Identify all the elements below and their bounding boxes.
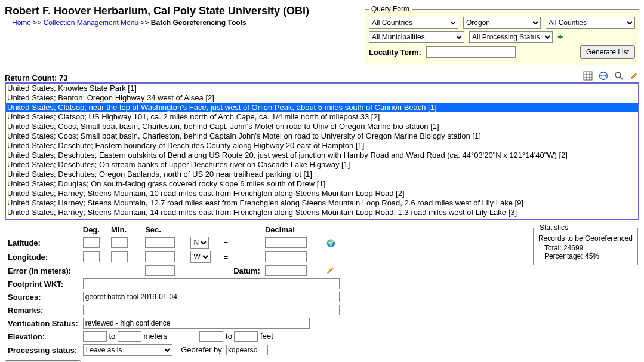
equals-sign: = — [222, 236, 262, 249]
list-item[interactable]: United States; Harney; Steens Mountain, … — [6, 217, 638, 220]
to-label-2: to — [226, 332, 232, 340]
feet-label: feet — [260, 332, 273, 340]
decimal-header: Decimal — [263, 225, 323, 235]
min-header: Min. — [109, 225, 136, 235]
equals-sign2: = — [222, 250, 262, 263]
lat-min-input[interactable] — [111, 237, 128, 248]
county-select[interactable]: All Counties — [546, 17, 635, 29]
latitude-label: Latitude: — [6, 236, 80, 249]
sources-label: Sources: — [6, 291, 80, 303]
statistics-legend: Statistics — [538, 223, 569, 232]
lon-decimal-input[interactable] — [265, 251, 307, 262]
error-input[interactable] — [145, 265, 175, 276]
footprint-input[interactable] — [83, 278, 340, 289]
locality-term-input[interactable] — [426, 46, 516, 58]
sources-input[interactable] — [83, 292, 340, 302]
list-item[interactable]: United States; Deschutes; Oregon Badland… — [6, 170, 638, 179]
remarks-label: Remarks: — [6, 304, 80, 316]
svg-line-9 — [620, 77, 623, 79]
globe-icon[interactable] — [599, 71, 608, 82]
longitude-label: Longitude: — [6, 250, 80, 263]
plus-icon[interactable]: + — [557, 32, 563, 42]
processing-status-label: Processing status: — [6, 343, 80, 357]
breadcrumb-home[interactable]: Home — [12, 19, 31, 27]
municipality-select[interactable]: All Municipalities — [369, 31, 464, 43]
list-item[interactable]: United States; Douglas; On south-facing … — [6, 179, 638, 189]
elev-max-f-input[interactable] — [234, 331, 258, 342]
elev-min-m-input[interactable] — [83, 331, 107, 342]
lon-min-input[interactable] — [111, 251, 128, 262]
generate-list-button[interactable]: Generate List — [580, 45, 635, 59]
statistics-fieldset: Statistics Records to be Georeferenced T… — [533, 223, 638, 265]
stats-percentage: Percentage: 45% — [544, 252, 633, 260]
stats-heading: Records to be Georeferenced — [538, 234, 633, 243]
to-label-1: to — [109, 332, 115, 340]
elev-max-m-input[interactable] — [118, 331, 141, 342]
grid-icon[interactable] — [583, 71, 593, 82]
search-icon[interactable] — [614, 71, 624, 82]
lat-decimal-input[interactable] — [265, 237, 307, 248]
remarks-input[interactable] — [83, 305, 340, 315]
datum-label: Datum: — [222, 265, 262, 277]
locality-term-label: Locality Term: — [369, 48, 421, 57]
state-select[interactable]: Oregon — [463, 17, 541, 29]
error-label: Error (in meters): — [6, 265, 80, 277]
query-form-fieldset: Query Form All Countries Oregon All Coun… — [365, 5, 639, 65]
verification-input[interactable] — [83, 318, 310, 329]
globe-small-icon[interactable]: 🌍 — [326, 239, 335, 247]
processing-status-select[interactable]: Leave as is — [83, 344, 172, 356]
verification-label: Verification Status: — [6, 317, 80, 329]
lat-dir-select[interactable]: N — [190, 237, 209, 249]
list-item[interactable]: United States; Coos; Small boat basin, C… — [6, 131, 638, 141]
elevation-label: Elevation: — [6, 330, 80, 342]
deg-header: Deg. — [81, 225, 108, 235]
stats-total: Total: 24699 — [544, 244, 633, 252]
datum-input[interactable] — [265, 265, 307, 276]
list-item[interactable]: United States; Deschutes; On stream bank… — [6, 160, 638, 170]
list-item[interactable]: United States; Benton; Oregon Highway 34… — [6, 93, 638, 103]
breadcrumb: Home >> Collection Management Menu >> Ba… — [12, 19, 309, 27]
list-item[interactable]: United States; Coos; Small boat basin, C… — [6, 122, 638, 131]
list-item[interactable]: United States; Deschutes; Eastern outski… — [6, 151, 638, 160]
breadcrumb-menu[interactable]: Collection Management Menu — [44, 19, 138, 27]
lon-deg-input[interactable] — [83, 251, 100, 262]
svg-rect-0 — [584, 72, 592, 80]
list-item[interactable]: United States; Harney; Steens Mountain, … — [6, 198, 638, 208]
lon-sec-input[interactable] — [145, 251, 175, 262]
query-form-legend: Query Form — [369, 5, 412, 13]
datum-edit-icon[interactable] — [326, 267, 335, 276]
page-title: Robert F. Hoover Herbarium, Cal Poly Sta… — [5, 5, 309, 17]
country-select[interactable]: All Countries — [369, 17, 458, 29]
meters-label: meters — [143, 332, 167, 340]
georefer-by-input[interactable] — [226, 345, 268, 355]
locality-list[interactable]: United States; Knowles State Park [1]Uni… — [5, 82, 639, 220]
processing-select[interactable]: All Processing Status — [469, 31, 553, 43]
sec-header: Sec. — [143, 225, 187, 235]
return-count: Return Count: 73 — [5, 73, 67, 82]
list-item[interactable]: United States; Knowles State Park [1] — [6, 84, 638, 93]
footprint-label: Footprint WKT: — [6, 278, 80, 290]
lon-dir-select[interactable]: W — [190, 251, 211, 263]
breadcrumb-current: Batch Georeferencing Tools — [151, 19, 246, 27]
list-item[interactable]: United States; Deschute; Eastern boundar… — [6, 141, 638, 151]
list-item[interactable]: United States; Clatsop; near the top of … — [6, 103, 638, 112]
list-item[interactable]: United States; Harney; Steens Mountain, … — [6, 189, 638, 198]
list-item[interactable]: United States; Harney; Steens Mountain, … — [6, 208, 638, 217]
lat-sec-input[interactable] — [145, 237, 175, 248]
georefer-by-label: Georefer by: — [181, 345, 224, 354]
elev-min-f-input[interactable] — [199, 331, 223, 342]
lat-deg-input[interactable] — [83, 237, 100, 248]
list-item[interactable]: United States; Clatsop; US Highway 101, … — [6, 112, 638, 122]
svg-point-8 — [615, 72, 621, 78]
pencil-icon[interactable] — [630, 71, 639, 82]
